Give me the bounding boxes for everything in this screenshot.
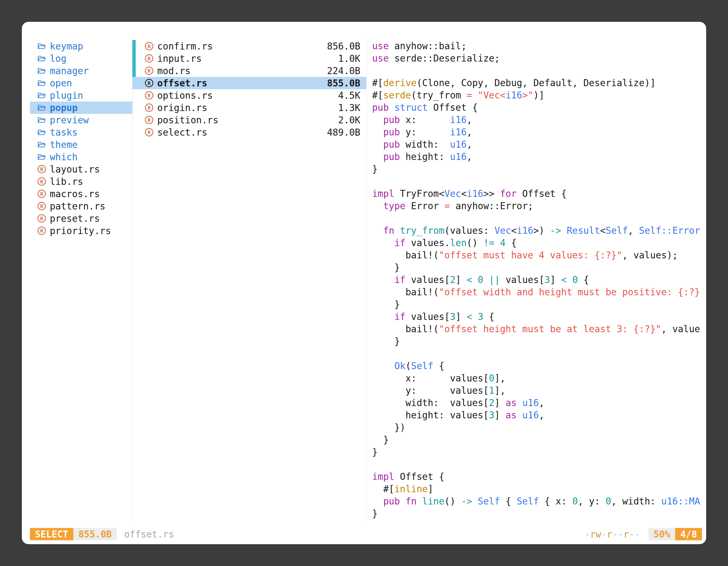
code-line: pub y: i16, <box>372 126 706 139</box>
item-label: tasks <box>50 127 78 138</box>
folder-icon <box>37 153 46 161</box>
code-line <box>372 458 706 471</box>
code-line: use anyhow::bail; <box>372 40 706 52</box>
file-name: offset.rs <box>157 78 207 89</box>
code-line: if values[3] < 3 { <box>372 311 706 323</box>
file-item-select-rs[interactable]: Rselect.rs489.0B <box>132 126 366 139</box>
code-line: height: values[3] as u16, <box>372 409 706 421</box>
file-item-input-rs[interactable]: Rinput.rs1.0K <box>132 52 366 65</box>
code-line <box>372 65 706 77</box>
file-item-position-rs[interactable]: Rposition.rs2.0K <box>132 114 366 126</box>
file-name: origin.rs <box>157 102 207 113</box>
code-line: pub fn line() -> Self { Self { x: 0, y: … <box>372 495 706 508</box>
code-line: bail!("offset height must be at least 3:… <box>372 323 706 335</box>
file-size: 489.0B <box>327 127 360 138</box>
status-filename: offset.rs <box>124 529 174 540</box>
file-name: mod.rs <box>157 65 191 76</box>
file-size: 855.0B <box>327 78 360 89</box>
item-label: log <box>50 53 67 64</box>
item-label: which <box>50 152 78 163</box>
item-label: layout.rs <box>50 164 100 175</box>
status-left: SELECT 855.0B offset.rs <box>30 528 174 540</box>
item-label: keymap <box>50 41 83 52</box>
current-pane: Rconfirm.rs856.0BRinput.rs1.0KRmod.rs224… <box>132 40 366 139</box>
code-line: bail!("offset width and height must be p… <box>372 286 706 298</box>
dir-item-keymap[interactable]: keymap <box>30 40 132 52</box>
code-line: pub width: u16, <box>372 139 706 151</box>
percent-badge: 50% <box>649 528 675 540</box>
file-item-priority-rs[interactable]: Rpriority.rs <box>30 225 132 237</box>
code-line <box>372 212 706 225</box>
file-item-pattern-rs[interactable]: Rpattern.rs <box>30 200 132 212</box>
size-badge: 855.0B <box>73 528 117 540</box>
code-line: width: values[2] as u16, <box>372 397 706 409</box>
rust-file-icon: R <box>145 79 153 87</box>
file-name: select.rs <box>157 127 207 138</box>
code-line: type Error = anyhow::Error; <box>372 200 706 212</box>
file-size: 2.0K <box>338 115 360 126</box>
code-line: #[serde(try_from = "Vec<i16>")] <box>372 89 706 102</box>
item-label: theme <box>50 139 78 150</box>
rust-file-icon: R <box>37 227 46 235</box>
item-label: lib.rs <box>50 176 83 187</box>
item-label: open <box>50 78 72 89</box>
file-size: 4.5K <box>338 90 360 101</box>
file-name: input.rs <box>157 53 202 64</box>
file-item-options-rs[interactable]: Roptions.rs4.5K <box>132 89 366 102</box>
rust-file-icon: R <box>37 190 46 198</box>
rust-file-icon: R <box>37 214 46 223</box>
dir-item-popup[interactable]: popup <box>30 102 132 114</box>
code-line: } <box>372 262 706 274</box>
code-line: } <box>372 163 706 175</box>
code-line: x: values[0], <box>372 372 706 384</box>
item-label: macros.rs <box>50 189 100 200</box>
rust-file-icon: R <box>37 165 46 173</box>
dir-item-theme[interactable]: theme <box>30 139 132 151</box>
status-right: -rw-r--r-- 50% 4/8 <box>584 528 702 540</box>
folder-icon <box>37 79 46 87</box>
file-item-macros-rs[interactable]: Rmacros.rs <box>30 188 132 200</box>
file-item-preset-rs[interactable]: Rpreset.rs <box>30 212 132 225</box>
file-size: 1.0K <box>338 53 360 64</box>
folder-icon <box>37 104 46 111</box>
file-item-mod-rs[interactable]: Rmod.rs224.0B <box>132 65 366 77</box>
code-line <box>372 175 706 188</box>
rust-file-icon: R <box>145 116 153 124</box>
code-line: impl Offset { <box>372 471 706 483</box>
status-bar: SELECT 855.0B offset.rs -rw-r--r-- 50% 4… <box>30 528 702 540</box>
rust-file-icon: R <box>145 67 153 75</box>
file-item-layout-rs[interactable]: Rlayout.rs <box>30 163 132 175</box>
file-size: 1.3K <box>338 102 360 113</box>
code-line: } <box>372 434 706 446</box>
dir-item-plugin[interactable]: plugin <box>30 89 132 102</box>
permissions: -rw-r--r-- <box>584 529 640 540</box>
file-name: position.rs <box>157 115 219 126</box>
file-item-offset-rs[interactable]: Roffset.rs855.0B <box>132 77 366 89</box>
folder-icon <box>37 129 46 136</box>
rust-file-icon: R <box>145 128 153 137</box>
dir-item-preview[interactable]: preview <box>30 114 132 126</box>
file-size: 856.0B <box>327 41 360 52</box>
mode-badge: SELECT <box>30 528 73 540</box>
item-label: plugin <box>50 90 83 101</box>
code-line: if values[2] < 0 || values[3] < 0 { <box>372 274 706 286</box>
item-label: preset.rs <box>50 213 100 224</box>
parent-pane: keymaplogmanageropenpluginpopuppreviewta… <box>30 40 132 237</box>
rust-file-icon: R <box>145 54 153 63</box>
dir-item-open[interactable]: open <box>30 77 132 89</box>
code-line: } <box>372 446 706 458</box>
file-item-origin-rs[interactable]: Rorigin.rs1.3K <box>132 102 366 114</box>
code-line: use serde::Deserialize; <box>372 52 706 65</box>
item-label: pattern.rs <box>50 201 105 212</box>
dir-item-log[interactable]: log <box>30 52 132 65</box>
file-item-confirm-rs[interactable]: Rconfirm.rs856.0B <box>132 40 366 52</box>
dir-item-manager[interactable]: manager <box>30 65 132 77</box>
rust-file-icon: R <box>37 202 46 210</box>
item-label: priority.rs <box>50 226 111 236</box>
dir-item-which[interactable]: which <box>30 151 132 163</box>
code-line: y: values[1], <box>372 384 706 397</box>
dir-item-tasks[interactable]: tasks <box>30 126 132 139</box>
code-line: fn try_from(values: Vec<i16>) -> Result<… <box>372 225 706 237</box>
file-item-lib-rs[interactable]: Rlib.rs <box>30 175 132 188</box>
code-line: if values.len() != 4 { <box>372 237 706 249</box>
